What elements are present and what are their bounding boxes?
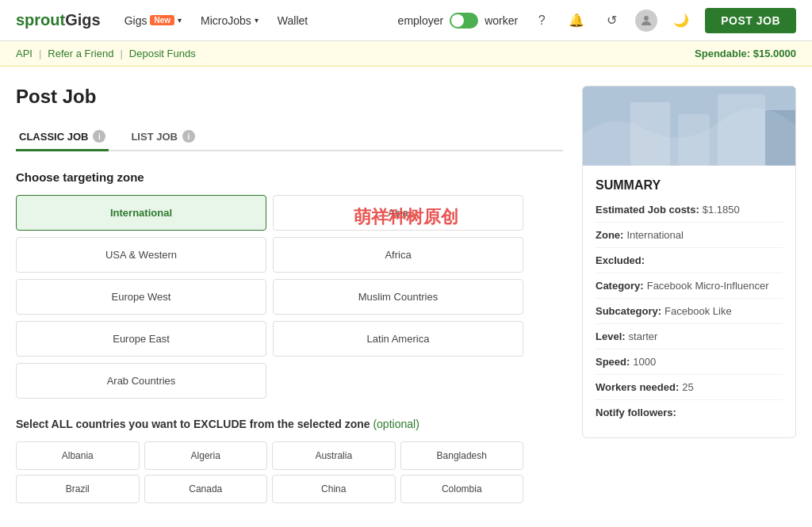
- post-job-button[interactable]: POST JOB: [705, 8, 796, 33]
- summary-row-label: Zone:: [596, 229, 623, 241]
- country-btn[interactable]: Colombia: [400, 475, 524, 503]
- refer-link[interactable]: Refer a Friend: [48, 48, 113, 59]
- summary-row-label: Category:: [596, 280, 644, 292]
- summary-row-label: Estimated Job costs:: [596, 204, 699, 216]
- summary-row: Estimated Job costs:$1.1850: [596, 204, 783, 223]
- summary-row: Speed:1000: [596, 356, 783, 375]
- employer-worker-toggle: employer worker: [398, 13, 519, 29]
- left-column: Post Job CLASSIC JOB i LIST JOB i Choose…: [16, 86, 563, 503]
- summary-card: SUMMARY Estimated Job costs:$1.1850Zone:…: [582, 86, 796, 438]
- country-btn[interactable]: Canada: [144, 475, 268, 503]
- page-title: Post Job: [16, 86, 563, 108]
- avatar[interactable]: [635, 10, 657, 32]
- zone-btn-asia[interactable]: Asia: [273, 195, 523, 231]
- theme-icon[interactable]: 🌙: [670, 10, 692, 32]
- toggle-switch[interactable]: [450, 13, 478, 29]
- bell-icon[interactable]: 🔔: [565, 10, 588, 32]
- zone-grid: InternationalAsiaUSA & WesternAfricaEuro…: [16, 195, 523, 399]
- zone-btn-europe-west[interactable]: Europe West: [16, 279, 266, 315]
- summary-row: Excluded:: [596, 254, 783, 273]
- nav-gigs[interactable]: Gigs New ▾: [124, 14, 182, 27]
- sub-nav: API | Refer a Friend | Deposit Funds: [16, 48, 196, 59]
- zone-btn-africa[interactable]: Africa: [273, 237, 523, 273]
- summary-row-label: Excluded:: [596, 254, 645, 266]
- zone-btn-muslim[interactable]: Muslim Countries: [273, 279, 523, 315]
- worker-label: worker: [485, 14, 518, 27]
- optional-label: (optional): [373, 418, 419, 430]
- deposit-link[interactable]: Deposit Funds: [129, 48, 196, 59]
- spendable-value: $15.0000: [753, 48, 796, 59]
- spendable: Spendable: $15.0000: [695, 48, 796, 59]
- nav-wallet[interactable]: Wallet: [278, 14, 308, 27]
- summary-row-label: Level:: [596, 330, 626, 342]
- summary-row-value: Facebook Micro-Influencer: [647, 280, 769, 292]
- summary-row: Category:Facebook Micro-Influencer: [596, 280, 783, 299]
- tabs: CLASSIC JOB i LIST JOB i: [16, 124, 563, 151]
- summary-body: SUMMARY Estimated Job costs:$1.1850Zone:…: [583, 166, 795, 437]
- main-content: Post Job CLASSIC JOB i LIST JOB i Choose…: [0, 67, 812, 522]
- summary-row: Zone:International: [596, 229, 783, 248]
- gigs-chevron-icon: ▾: [178, 16, 182, 25]
- main-nav: Gigs New ▾ MicroJobs ▾ Wallet: [124, 14, 398, 27]
- summary-row-label: Subcategory:: [596, 305, 661, 317]
- summary-row: Subcategory:Facebook Like: [596, 305, 783, 324]
- tab-list-job[interactable]: LIST JOB i: [128, 124, 198, 151]
- country-btn[interactable]: Australia: [272, 441, 396, 470]
- microjobs-chevron-icon: ▾: [255, 16, 259, 25]
- country-btn[interactable]: China: [272, 475, 396, 503]
- summary-row: Workers needed:25: [596, 381, 783, 400]
- summary-row-label: Notify followers:: [596, 407, 676, 418]
- summary-row-value: $1.1850: [703, 204, 740, 216]
- summary-row-label: Speed:: [596, 356, 630, 368]
- summary-row-value: International: [626, 229, 684, 241]
- summary-title: SUMMARY: [596, 178, 783, 193]
- help-icon[interactable]: ?: [530, 10, 553, 32]
- country-btn[interactable]: Algeria: [144, 441, 268, 470]
- classic-job-info-icon[interactable]: i: [93, 130, 105, 143]
- header: sproutGigs Gigs New ▾ MicroJobs ▾ Wallet…: [0, 0, 812, 41]
- zone-btn-latin[interactable]: Latin America: [273, 321, 523, 357]
- zone-btn-usa[interactable]: USA & Western: [16, 237, 266, 273]
- country-btn[interactable]: Brazil: [16, 475, 140, 503]
- country-btn[interactable]: Albania: [16, 441, 140, 470]
- sub-header: API | Refer a Friend | Deposit Funds Spe…: [0, 41, 812, 67]
- gigs-badge: New: [150, 15, 174, 25]
- summary-row-value: Facebook Like: [665, 305, 732, 317]
- exclude-title: Select ALL countries you want to EXCLUDE…: [16, 418, 563, 430]
- logo-part1: sprout: [16, 11, 65, 29]
- zone-btn-arab[interactable]: Arab Countries: [16, 363, 266, 399]
- tab-classic-job[interactable]: CLASSIC JOB i: [16, 124, 109, 151]
- logo[interactable]: sproutGigs: [16, 11, 101, 29]
- zone-btn-international[interactable]: International: [16, 195, 266, 231]
- toggle-knob: [451, 14, 464, 27]
- summary-row-value: 25: [682, 381, 693, 393]
- summary-row: Level:starter: [596, 330, 783, 349]
- zone-btn-europe-east[interactable]: Europe East: [16, 321, 266, 357]
- summary-row: Notify followers:: [596, 407, 783, 425]
- history-icon[interactable]: ↺: [600, 10, 622, 32]
- sep2: |: [120, 48, 122, 59]
- svg-point-0: [644, 16, 649, 21]
- summary-row-value: 1000: [633, 356, 656, 368]
- country-btn[interactable]: Bangladesh: [400, 441, 524, 470]
- summary-row-label: Workers needed:: [596, 381, 679, 393]
- summary-row-value: starter: [629, 330, 658, 342]
- right-column: SUMMARY Estimated Job costs:$1.1850Zone:…: [582, 86, 796, 503]
- header-right: employer worker ? 🔔 ↺ 🌙 POST JOB: [398, 8, 796, 33]
- logo-part2: Gigs: [65, 11, 100, 29]
- country-grid: AlbaniaAlgeriaAustraliaBangladeshBrazilC…: [16, 441, 523, 503]
- employer-label: employer: [398, 14, 444, 27]
- api-link[interactable]: API: [16, 48, 33, 59]
- list-job-info-icon[interactable]: i: [182, 130, 195, 143]
- summary-image: [583, 86, 795, 166]
- targeting-title: Choose targeting zone: [16, 170, 563, 184]
- sep1: |: [39, 48, 41, 59]
- nav-microjobs[interactable]: MicroJobs ▾: [201, 14, 259, 27]
